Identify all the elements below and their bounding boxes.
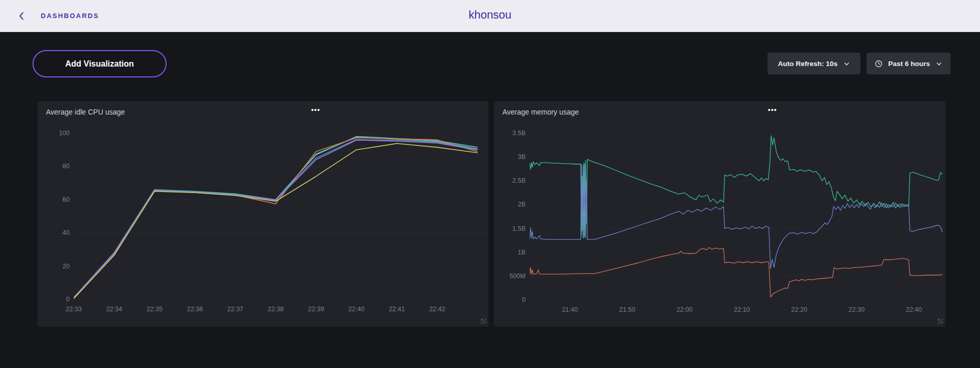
- cpu-chart-svg: [74, 133, 488, 299]
- x-axis-tick: 22:41: [379, 306, 415, 313]
- x-axis-tick: 22:34: [96, 306, 132, 313]
- panel-menu-ellipsis-icon[interactable]: •••: [766, 104, 779, 116]
- mem-chart-svg: [530, 133, 945, 300]
- x-axis-tick: 22:38: [257, 306, 293, 313]
- auto-refresh-label: Auto Refresh: 10s: [778, 60, 838, 68]
- time-range-label: Past 6 hours: [888, 60, 930, 68]
- x-axis-tick: 22:35: [137, 306, 173, 313]
- x-axis-tick: 22:10: [724, 306, 760, 313]
- memory-usage-chart[interactable]: [530, 133, 945, 300]
- auto-refresh-dropdown[interactable]: Auto Refresh: 10s: [767, 53, 860, 74]
- time-range-dropdown[interactable]: Past 6 hours: [867, 53, 951, 74]
- y-axis-tick: 1.5B: [496, 225, 526, 232]
- y-axis-tick: 3B: [496, 153, 526, 161]
- y-axis-tick: 0: [496, 296, 526, 303]
- y-axis-tick: 2B: [496, 201, 526, 208]
- x-axis-tick: 22:36: [177, 306, 213, 313]
- x-axis-tick: 21:40: [552, 306, 588, 313]
- y-axis-tick: 0: [40, 296, 70, 303]
- series-salmon: [74, 138, 478, 298]
- x-axis-tick: 22:37: [217, 306, 253, 313]
- panel-menu-ellipsis-icon[interactable]: •••: [309, 104, 322, 116]
- add-visualization-button[interactable]: Add Visualization: [32, 50, 167, 77]
- dashboard-page: DASHBOARDS khonsou Add Visualization Aut…: [0, 0, 980, 368]
- y-axis-tick: 500M: [496, 273, 526, 280]
- series-blue: [530, 164, 942, 268]
- series-teal: [74, 136, 478, 297]
- panel-resize-handle[interactable]: [481, 318, 486, 324]
- series-salmon: [530, 248, 942, 297]
- y-axis-tick: 100: [40, 130, 70, 137]
- y-axis-tick: 40: [40, 229, 70, 236]
- y-axis-tick: 80: [40, 163, 70, 170]
- x-axis-tick: 22:20: [781, 306, 818, 313]
- x-axis-tick: 22:39: [298, 306, 334, 313]
- y-axis-tick: 1B: [496, 249, 526, 256]
- x-axis-tick: 22:00: [666, 306, 703, 313]
- y-axis-tick: 3.5B: [496, 130, 526, 137]
- clock-icon: [875, 60, 883, 68]
- x-axis-tick: 22:40: [338, 306, 374, 313]
- chevron-down-icon: [936, 60, 942, 67]
- x-axis-tick: 22:40: [896, 306, 932, 313]
- panel-title: Average memory usage: [502, 108, 579, 116]
- x-axis-tick: 22:30: [839, 306, 875, 313]
- page-title: khonsou: [0, 8, 980, 22]
- series-mint: [74, 137, 478, 298]
- panel-resize-handle[interactable]: [938, 318, 943, 324]
- x-axis-tick: 22:33: [56, 306, 92, 313]
- panel-cpu-usage: Average idle CPU usage ••• 0204060801002…: [38, 101, 488, 327]
- series-blue: [74, 139, 478, 298]
- series-purple: [74, 140, 478, 298]
- cpu-usage-chart[interactable]: [74, 133, 488, 299]
- x-axis-tick: 21:50: [609, 306, 645, 313]
- panel-title: Average idle CPU usage: [46, 108, 125, 116]
- x-axis-tick: 22:42: [419, 306, 455, 313]
- y-axis-tick: 2.5B: [496, 177, 526, 184]
- y-axis-tick: 60: [40, 196, 70, 203]
- panel-memory-usage: Average memory usage ••• 0500M1B1.5B2B2.…: [494, 101, 945, 327]
- series-green: [530, 136, 942, 238]
- y-axis-tick: 20: [40, 263, 70, 270]
- chevron-down-icon: [843, 60, 850, 67]
- top-bar: DASHBOARDS khonsou: [0, 0, 980, 32]
